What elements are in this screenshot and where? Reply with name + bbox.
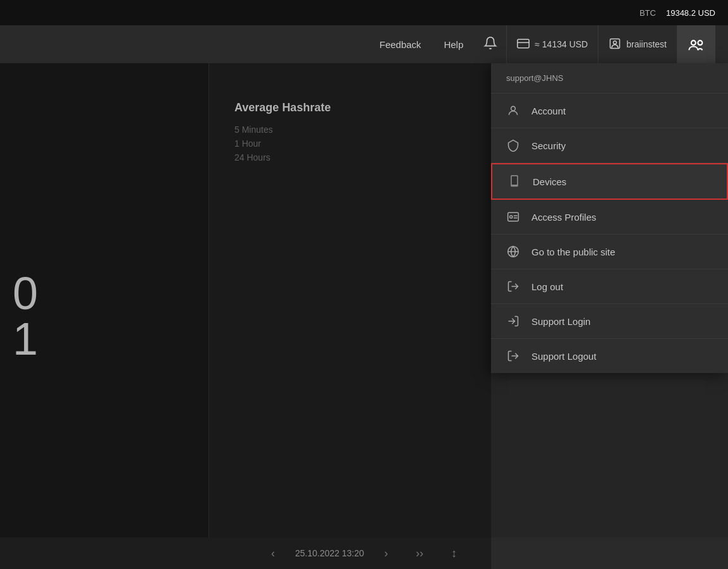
- access-profiles-icon: [506, 210, 520, 224]
- menu-item-security[interactable]: Security: [491, 128, 728, 163]
- public-site-label: Go to the public site: [531, 247, 616, 257]
- svg-point-4: [691, 40, 696, 45]
- svg-point-11: [510, 216, 513, 218]
- ticker-value: 19348.2 USD: [666, 8, 715, 18]
- globe-icon: [506, 245, 520, 259]
- support-logout-label: Support Logout: [531, 351, 597, 362]
- help-label: Help: [444, 39, 463, 50]
- logout-label: Log out: [531, 281, 563, 292]
- ticker-label: BTC: [640, 8, 656, 18]
- menu-item-logout[interactable]: Log out: [491, 269, 728, 304]
- menu-item-public-site[interactable]: Go to the public site: [491, 235, 728, 269]
- menu-item-account[interactable]: Account: [491, 94, 728, 128]
- support-login-label: Support Login: [531, 316, 590, 327]
- feedback-nav-item[interactable]: Feedback: [368, 25, 433, 63]
- svg-point-6: [511, 106, 516, 111]
- feedback-label: Feedback: [380, 39, 422, 50]
- shield-icon: [506, 138, 520, 152]
- user-display[interactable]: braiinstest: [598, 25, 677, 63]
- notifications-button[interactable]: [475, 25, 506, 63]
- svg-point-9: [514, 186, 515, 187]
- menu-item-access-profiles[interactable]: Access Profiles: [491, 200, 728, 235]
- menu-item-support-login[interactable]: Support Login: [491, 304, 728, 339]
- wallet-value: ≈ 14134 USD: [535, 39, 588, 49]
- ticker-bar: BTC 19348.2 USD: [0, 0, 728, 25]
- devices-label: Devices: [533, 176, 566, 187]
- wallet-icon: [517, 37, 530, 52]
- menu-item-support-logout[interactable]: Support Logout: [491, 339, 728, 373]
- svg-rect-0: [518, 39, 529, 47]
- person-icon: [506, 104, 520, 118]
- user-icon: [609, 37, 621, 52]
- account-label: Account: [531, 106, 566, 116]
- access-profiles-label: Access Profiles: [531, 212, 597, 223]
- security-label: Security: [531, 140, 566, 151]
- wallet-display[interactable]: ≈ 14134 USD: [506, 25, 598, 63]
- page-overlay: [0, 63, 491, 569]
- user-avatar-icon: [688, 35, 705, 53]
- help-nav-item[interactable]: Help: [432, 25, 475, 63]
- bell-icon: [483, 36, 497, 53]
- menu-item-devices[interactable]: Devices: [491, 163, 728, 200]
- logout-icon: [506, 279, 520, 293]
- username-label: braiinstest: [626, 39, 667, 49]
- dropdown-email: support@JHNS: [491, 63, 728, 94]
- svg-point-5: [698, 40, 702, 45]
- svg-rect-8: [512, 176, 517, 185]
- support-login-icon: [506, 314, 520, 328]
- svg-point-3: [614, 40, 617, 44]
- support-logout-icon: [506, 349, 520, 363]
- device-icon: [507, 174, 521, 188]
- user-dropdown-menu: support@JHNS Account Security Devic: [491, 63, 728, 373]
- user-menu-button[interactable]: [677, 25, 715, 63]
- nav-bar: Feedback Help ≈ 14134 USD: [0, 25, 728, 63]
